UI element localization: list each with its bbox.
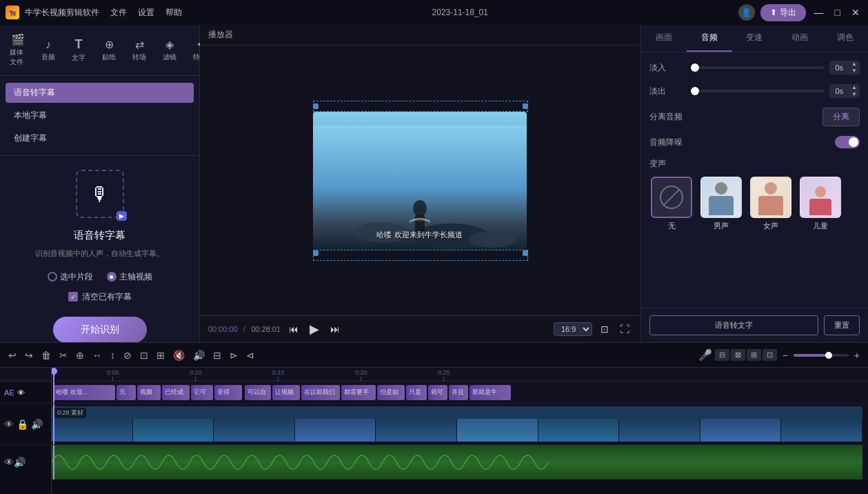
tool-filter[interactable]: ◈ 滤镜 [156, 35, 183, 65]
start-recognition-button[interactable]: 开始识别 [53, 317, 147, 342]
caption-clip-2[interactable]: 视频 [137, 385, 161, 400]
reset-button[interactable]: 重置 [824, 315, 860, 335]
combine-button[interactable]: ⊟ [210, 348, 224, 362]
caption-track-icon: AE [4, 388, 14, 397]
checkmark-icon: ✓ [70, 293, 76, 301]
mirror-h-button[interactable]: ↔ [90, 348, 105, 362]
radio-main-video[interactable]: 主轴视频 [107, 271, 152, 283]
left-panel: 🎬 媒体文件 ♪ 音频 T 文字 ⊕ 贴纸 ⇄ 转场 ◈ 滤镜 [0, 25, 200, 342]
aspect-ratio-select[interactable]: 16:9 9:16 1:1 [554, 322, 592, 336]
scissors-button[interactable]: ✂ [57, 348, 70, 362]
backward-button[interactable]: ⊲ [243, 348, 257, 362]
video-subtitle: 哈喽 欢迎来到牛学长频道 [313, 227, 527, 243]
tool-sticker[interactable]: ⊕ 贴纸 [95, 35, 123, 65]
delete-button[interactable]: 🗑 [39, 348, 54, 362]
tab-speed[interactable]: 变速 [732, 25, 778, 52]
undo-button[interactable]: ↩ [6, 348, 19, 362]
voice-female[interactable]: 女声 [749, 177, 793, 231]
close-button[interactable]: ✕ [849, 7, 862, 18]
zoom-fill [794, 354, 827, 357]
prev-frame-button[interactable]: ⏮ [286, 322, 301, 336]
speaker-icon-audio: 🔊 [14, 457, 26, 468]
subnav-create-caption[interactable]: 创建字幕 [6, 128, 194, 148]
tool-transition[interactable]: ⇄ 转场 [125, 35, 153, 65]
caption-clip-0[interactable]: 哈喽 欢迎... [53, 385, 115, 400]
radio-selected-segment[interactable]: 选中片段 [48, 271, 93, 283]
voice-child-label: 儿童 [813, 221, 828, 231]
caption-clip-4[interactable]: 它可 [191, 385, 213, 400]
timeline: ↩ ↪ 🗑 ✂ ⊕ ↔ ↕ ⊘ ⊡ ⊞ 🔇 🔊 ⊟ ⊳ ⊲ 🎤 ⊟ ⊠ ⊞ ⊡ … [0, 342, 868, 494]
view-btn-1[interactable]: ⊟ [715, 349, 729, 361]
zoom-in-button[interactable]: + [851, 348, 862, 362]
menu-file[interactable]: 文件 [110, 7, 127, 19]
caption-clip-1[interactable]: 元 [117, 385, 136, 400]
redo-button[interactable]: ↪ [22, 348, 36, 362]
speech-to-text-button[interactable]: 语音转文字 [649, 315, 818, 335]
user-avatar[interactable]: 👤 [738, 4, 755, 21]
tool-audio[interactable]: ♪ 音频 [34, 36, 62, 65]
play-button[interactable]: ▶ [307, 320, 322, 338]
fullscreen-button[interactable]: ⛶ [617, 322, 632, 336]
forward-button[interactable]: ⊳ [227, 348, 241, 362]
tool-media[interactable]: 🎬 媒体文件 [4, 30, 32, 70]
fade-in-up[interactable]: ▲ [849, 61, 860, 68]
voice-child-image [800, 177, 841, 218]
fade-in-down[interactable]: ▼ [849, 68, 860, 75]
voice-child[interactable]: 儿童 [798, 177, 842, 231]
fade-out-thumb[interactable] [691, 87, 699, 95]
speech-title: 语音转字幕 [74, 229, 125, 242]
ruler-line-3 [361, 377, 361, 381]
fit-screen-button[interactable]: ⊡ [598, 322, 612, 336]
maximize-button[interactable]: □ [832, 7, 843, 18]
tool-text[interactable]: T 文字 [65, 34, 92, 66]
separate-audio-row: 分离音频 分离 [649, 108, 860, 126]
caption-clip-3[interactable]: 已经成 [162, 385, 190, 400]
separate-audio-button[interactable]: 分离 [822, 108, 860, 126]
fade-out-down[interactable]: ▼ [849, 91, 860, 98]
fade-in-slider[interactable] [691, 66, 824, 69]
menu-help[interactable]: 帮助 [165, 7, 182, 19]
fade-out-up[interactable]: ▲ [849, 84, 860, 91]
scale-button[interactable]: ⊡ [137, 348, 151, 362]
caption-clip-9[interactable]: 都需要手 [341, 385, 376, 400]
menu-settings[interactable]: 设置 [138, 7, 154, 19]
subnav-speech-to-caption[interactable]: 语音转字幕 [6, 83, 194, 103]
next-frame-button[interactable]: ⏭ [327, 322, 343, 336]
clear-captions-checkbox[interactable]: ✓ [68, 292, 78, 302]
view-btn-3[interactable]: ⊞ [747, 349, 761, 361]
crop-button[interactable]: ⊞ [154, 348, 168, 362]
caption-clip-11[interactable]: 只是 [406, 385, 427, 400]
subnav-local-caption[interactable]: 本地字幕 [6, 106, 194, 126]
volume-button[interactable]: 🔊 [190, 348, 208, 362]
minimize-button[interactable]: — [811, 7, 827, 18]
tab-animation[interactable]: 动画 [777, 25, 822, 52]
fade-out-slider[interactable] [691, 90, 824, 92]
caption-clip-8[interactable]: 在以前我们 [301, 385, 340, 400]
noise-cancel-toggle[interactable] [835, 136, 860, 148]
view-btn-4[interactable]: ⊡ [763, 349, 777, 361]
zoom-out-button[interactable]: − [780, 348, 791, 362]
caption-clip-12[interactable]: 就可 [428, 385, 447, 400]
export-button[interactable]: ⬆ 导出 [760, 4, 806, 21]
mirror-v-button[interactable]: ↕ [108, 348, 118, 362]
voice-none[interactable]: 无 [649, 177, 694, 231]
mute-button[interactable]: 🔇 [170, 348, 188, 362]
caption-clip-14[interactable]: 那就是牛 [470, 385, 511, 400]
zoom-slider[interactable] [794, 354, 849, 357]
voice-male[interactable]: 男声 [699, 177, 743, 231]
caption-clip-6[interactable]: 可以自 [245, 385, 271, 400]
caption-clip-7[interactable]: 让视频 [272, 385, 300, 400]
caption-clip-13[interactable]: 并且 [449, 385, 468, 400]
tab-audio[interactable]: 音频 [687, 25, 732, 52]
magnet-button[interactable]: ⊕ [73, 348, 87, 362]
video-clip[interactable]: 0:28 素材 [52, 406, 862, 442]
tab-color[interactable]: 调色 [822, 25, 868, 52]
caption-clip-5[interactable]: 变得 [214, 385, 242, 400]
tab-picture[interactable]: 画面 [641, 25, 687, 52]
view-btn-2[interactable]: ⊠ [731, 349, 745, 361]
caption-clip-10[interactable]: 但是如 [377, 385, 405, 400]
mic-button[interactable]: 🎤 [698, 348, 712, 362]
split-button[interactable]: ⊘ [121, 348, 134, 362]
fade-in-thumb[interactable] [691, 63, 699, 72]
title-bar: 🐂 牛学长视频剪辑软件 文件 设置 帮助 2023-11-18_01 👤 ⬆ 导… [0, 0, 868, 25]
